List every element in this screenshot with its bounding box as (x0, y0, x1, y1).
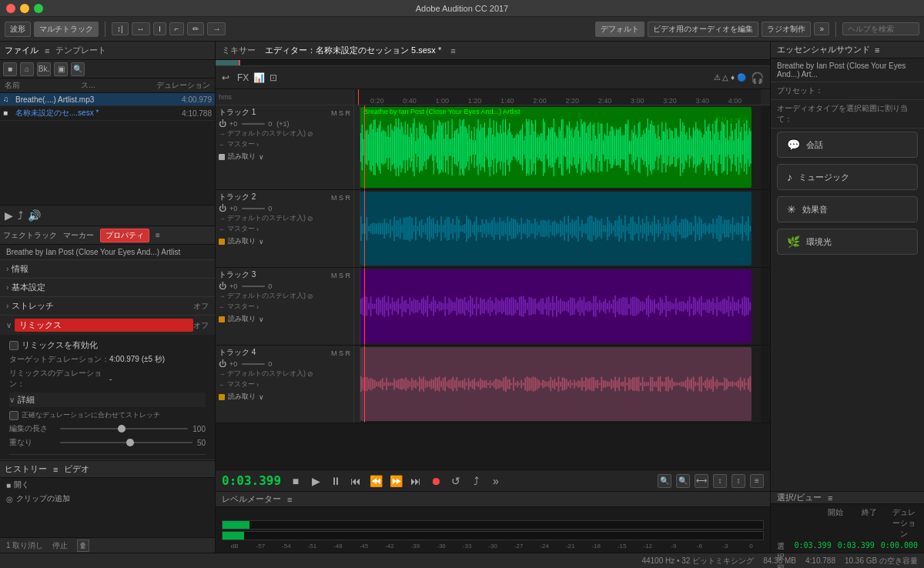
transport-play-btn[interactable]: ▶ (308, 473, 323, 489)
section-basic-header[interactable]: › 基本設定 (0, 279, 215, 296)
tab-template[interactable]: テンプレート (55, 45, 106, 56)
right-panel-menu[interactable]: ≡ (875, 45, 879, 55)
close-btn[interactable] (6, 4, 15, 13)
overlap-thumb[interactable] (126, 439, 134, 446)
tool-btn-6[interactable]: → (207, 22, 226, 35)
file-toolbar-btn-1[interactable]: ■ (3, 62, 17, 76)
delete-btn[interactable]: 🗑 (77, 540, 89, 552)
zoom-out-time-btn[interactable]: 🔍 (676, 474, 690, 488)
section-stretch-header[interactable]: › ストレッチ オフ (0, 297, 215, 315)
track-scroll-3[interactable] (761, 268, 770, 345)
history-item-add-clip[interactable]: ◎ クリップの追加 (0, 492, 215, 506)
zoom-out-amp-btn[interactable]: ↕ (732, 474, 745, 488)
tab-file[interactable]: ファイル (5, 45, 38, 56)
file-item-0[interactable]: ♫ Breathe(....) Artlist.mp3 4:00.979 (0, 93, 215, 106)
track-clip-4[interactable] (360, 347, 752, 421)
section-remix-header[interactable]: ∨ リミックス オフ (0, 316, 215, 335)
multitrack-mode-btn[interactable]: マルチトラック (34, 22, 99, 37)
file-toolbar-btn-3[interactable]: Bk. (37, 62, 51, 76)
track-vol-bar-2[interactable] (242, 208, 265, 209)
track-power-icon-1[interactable]: ⏻ (219, 119, 226, 128)
more-workspaces-btn[interactable]: » (814, 22, 829, 35)
tab-markers[interactable]: マーカー (63, 230, 94, 241)
track-scroll-4[interactable] (761, 346, 770, 423)
detail-header[interactable]: ∨ 詳細 (9, 393, 206, 407)
history-menu[interactable]: ≡ (53, 465, 58, 474)
video-audio-btn[interactable]: ビデオ用のオーディオを編集 (648, 22, 758, 37)
track-vol-bar-3[interactable] (242, 286, 265, 287)
tool-btn-1[interactable]: ↕| (112, 22, 129, 35)
zoom-fit-btn[interactable]: ⟷ (695, 474, 708, 488)
tool-btn-5[interactable]: ✏ (187, 22, 204, 35)
file-toolbar-btn-4[interactable]: ▣ (54, 62, 68, 76)
audio-type-sfx[interactable]: ✳ 効果音 (777, 196, 918, 222)
editor-tab[interactable]: エディター：名称未設定のセッション 5.sesx * (265, 45, 441, 56)
transport-end-btn[interactable]: ⏭ (408, 473, 424, 489)
overlap-track[interactable] (60, 442, 192, 443)
svg-rect-576 (509, 299, 511, 315)
video-tab[interactable]: ビデオ (64, 463, 89, 475)
track-rewind-icon[interactable]: ↩ (222, 72, 229, 83)
play-btn[interactable]: ▶ (5, 209, 13, 222)
file-search-btn[interactable]: 🔍 (71, 62, 85, 76)
svg-rect-853 (660, 376, 661, 392)
zoom-in-time-btn[interactable]: 🔍 (658, 474, 671, 488)
transport-pause-btn[interactable]: ⏸ (328, 473, 343, 489)
file-toolbar-btn-2[interactable]: ⌂ (20, 62, 34, 76)
level-meter-menu[interactable]: ≡ (287, 495, 292, 504)
transport-stop-btn[interactable]: ■ (288, 473, 303, 489)
track-scroll-1[interactable] (761, 105, 770, 189)
radio-btn[interactable]: ラジオ制作 (762, 22, 811, 37)
tool-btn-4[interactable]: ⌐ (169, 22, 185, 35)
transport-export-btn[interactable]: ⤴ (468, 473, 484, 489)
zoom-fit-amp-btn[interactable]: ≡ (750, 474, 764, 488)
track-power-icon-4[interactable]: ⏻ (219, 359, 226, 368)
sv-menu[interactable]: ≡ (828, 493, 832, 503)
track-power-icon-3[interactable]: ⏻ (219, 282, 226, 290)
audio-type-music[interactable]: ♪ ミュージック (777, 164, 918, 190)
history-item-open[interactable]: ■ 開く (0, 478, 215, 492)
transport-loop-btn[interactable]: ↺ (448, 473, 464, 489)
track-power-icon-2[interactable]: ⏻ (219, 204, 226, 212)
stretch-exact-checkbox[interactable] (9, 411, 18, 420)
track-clip-3[interactable] (360, 269, 752, 343)
section-info-header[interactable]: › 情報 (0, 260, 215, 278)
tab-menu-icon[interactable]: ≡ (45, 46, 49, 55)
zoom-in-amp-btn[interactable]: ↕ (713, 474, 727, 488)
editor-menu[interactable]: ≡ (450, 46, 455, 55)
tab-effects[interactable]: フェクトラック (3, 230, 57, 241)
minimize-btn[interactable] (20, 4, 29, 13)
file-item-1[interactable]: ■ 名称未設定のセ....sesx * 4:10.788 (0, 106, 215, 121)
transport-rewind-btn[interactable]: ⏮ (348, 473, 363, 489)
wave-mode-btn[interactable]: 波形 (5, 22, 31, 37)
sv-col-end: 終了 (855, 507, 883, 540)
remix-enable-checkbox[interactable] (9, 341, 18, 350)
transport-forward-btn[interactable]: ⏩ (388, 473, 403, 489)
help-search-input[interactable] (842, 22, 919, 35)
svg-rect-223 (651, 121, 652, 175)
tab-properties[interactable]: プロパティ (100, 229, 149, 242)
maximize-btn[interactable] (34, 4, 43, 13)
audio-type-ambience[interactable]: 🌿 環境光 (777, 229, 918, 255)
tool-btn-3[interactable]: Ⅰ (153, 22, 166, 35)
transport-record-btn[interactable]: ⏺ (428, 473, 444, 489)
props-menu-icon[interactable]: ≡ (156, 231, 160, 239)
svg-rect-1 (362, 125, 363, 171)
svg-rect-733 (425, 380, 427, 389)
export-btn[interactable]: ⤴ (18, 209, 23, 222)
volume-btn[interactable]: 🔊 (28, 209, 41, 222)
track-vol-bar-1[interactable] (242, 123, 265, 125)
audio-type-dialog[interactable]: 💬 会話 (777, 132, 918, 158)
track-clip-2[interactable] (360, 192, 752, 266)
track-vol-bar-4[interactable] (242, 363, 265, 365)
transport-back-btn[interactable]: ⏪ (368, 473, 383, 489)
segment-length-track[interactable] (60, 428, 188, 429)
track-clip-1[interactable]: Breathe by Ian Post (Close Your Eyes And… (360, 107, 752, 188)
default-workspace-btn[interactable]: デフォルト (595, 22, 644, 37)
track-scroll-2[interactable] (761, 190, 770, 267)
tool-btn-2[interactable]: ↔ (132, 22, 150, 35)
mixer-tab[interactable]: ミキサー (222, 45, 256, 56)
transport-more-btn[interactable]: » (488, 473, 504, 489)
segment-length-thumb[interactable] (118, 425, 126, 433)
svg-rect-790 (537, 379, 538, 390)
